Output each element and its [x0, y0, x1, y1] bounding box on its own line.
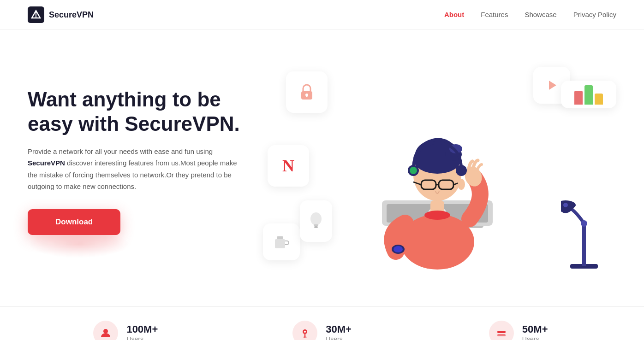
nav-link-features[interactable]: Features	[481, 11, 508, 18]
svg-rect-45	[497, 331, 506, 333]
layers-icon	[495, 327, 507, 339]
mug-card	[263, 223, 300, 260]
navbar: SecureVPN About Features Showcase Privac…	[0, 0, 644, 30]
person-svg	[354, 94, 520, 279]
stat-icon-users	[93, 321, 118, 340]
chart-bar-3	[595, 94, 603, 105]
svg-point-27	[456, 165, 467, 176]
nav-item-showcase[interactable]: Showcase	[525, 11, 556, 19]
svg-point-8	[310, 212, 322, 225]
stat-text-1: 100M+ Users	[126, 323, 158, 340]
hero-title-brand: SecureVPN.	[125, 112, 239, 135]
lamp-svg	[561, 196, 607, 270]
netflix-letter: N	[282, 156, 294, 176]
hero-desc-brand: SecureVPN	[28, 159, 65, 167]
svg-point-41	[103, 329, 108, 334]
play-icon	[545, 79, 558, 92]
chart-bar-2	[584, 85, 593, 105]
svg-point-35	[458, 179, 465, 190]
svg-point-34	[442, 182, 450, 188]
illustration-area: N	[258, 58, 616, 288]
stat-label-1: Users	[126, 335, 158, 340]
hero-title: Want anything to be easy with SecureVPN.	[28, 88, 240, 136]
svg-marker-5	[549, 81, 556, 90]
logo[interactable]: SecureVPN	[28, 6, 94, 23]
stat-label-3: Users	[522, 335, 548, 340]
lamp-illustration	[561, 196, 607, 270]
stat-number-1: 100M+	[126, 323, 158, 335]
nav-item-about[interactable]: About	[444, 11, 464, 19]
svg-point-20	[394, 246, 403, 252]
svg-point-44	[304, 331, 306, 333]
hero-description: Provide a network for all your needs wit…	[28, 146, 240, 193]
stat-number-2: 30M+	[326, 323, 352, 335]
stat-label-2: Users	[326, 335, 352, 340]
nav-link-privacy[interactable]: Privacy Policy	[573, 11, 616, 18]
stat-icon-layers	[489, 321, 514, 340]
hero-illustration: N	[258, 58, 616, 288]
stat-item-1: 100M+ Users	[28, 321, 224, 340]
stat-text-3: 50M+ Users	[522, 323, 548, 340]
download-button[interactable]: Download	[28, 209, 120, 235]
stat-item-2: 30M+ Users	[224, 321, 420, 340]
person-icon	[100, 327, 112, 339]
hero-section: Want anything to be easy with SecureVPN.…	[0, 30, 644, 306]
chart-card	[561, 81, 616, 108]
lock-card	[286, 71, 328, 113]
nav-links: About Features Showcase Privacy Policy	[444, 11, 616, 19]
svg-point-17	[424, 211, 450, 220]
map-pin-icon	[299, 327, 311, 339]
svg-point-26	[410, 167, 417, 174]
stat-text-2: 30M+ Users	[326, 323, 352, 340]
svg-rect-37	[582, 223, 586, 266]
svg-rect-6	[275, 239, 285, 248]
svg-point-40	[563, 203, 568, 207]
lock-icon	[298, 83, 316, 101]
nav-link-showcase[interactable]: Showcase	[525, 11, 556, 18]
svg-rect-10	[314, 226, 318, 228]
hero-title-line2-prefix: easy with	[28, 112, 125, 135]
netflix-card: N	[268, 145, 309, 187]
svg-rect-7	[277, 236, 283, 239]
nav-item-features[interactable]: Features	[481, 11, 508, 19]
nav-item-privacy[interactable]: Privacy Policy	[573, 11, 616, 19]
stat-icon-map	[292, 321, 317, 340]
stats-bar: 100M+ Users 30M+ Users 50M+ Us	[0, 306, 644, 340]
logo-icon	[28, 6, 44, 23]
hero-desc-text: Provide a network for all your needs wit…	[28, 147, 213, 155]
bulb-icon	[309, 210, 323, 233]
hero-title-line1: Want anything to be	[28, 88, 221, 111]
logo-text: SecureVPN	[49, 10, 94, 20]
stat-item-3: 50M+ Users	[420, 321, 616, 340]
person-illustration	[354, 94, 520, 279]
svg-point-43	[303, 336, 307, 338]
nav-link-about[interactable]: About	[444, 11, 464, 18]
hero-content: Want anything to be easy with SecureVPN.…	[28, 88, 240, 258]
stat-number-3: 50M+	[522, 323, 548, 335]
svg-point-33	[425, 182, 432, 188]
bulb-card	[300, 200, 332, 242]
svg-rect-46	[497, 334, 506, 336]
svg-rect-4	[306, 95, 308, 97]
svg-rect-9	[314, 224, 318, 226]
chart-bar-1	[574, 91, 583, 105]
mug-icon	[272, 233, 291, 251]
svg-point-39	[581, 220, 587, 227]
